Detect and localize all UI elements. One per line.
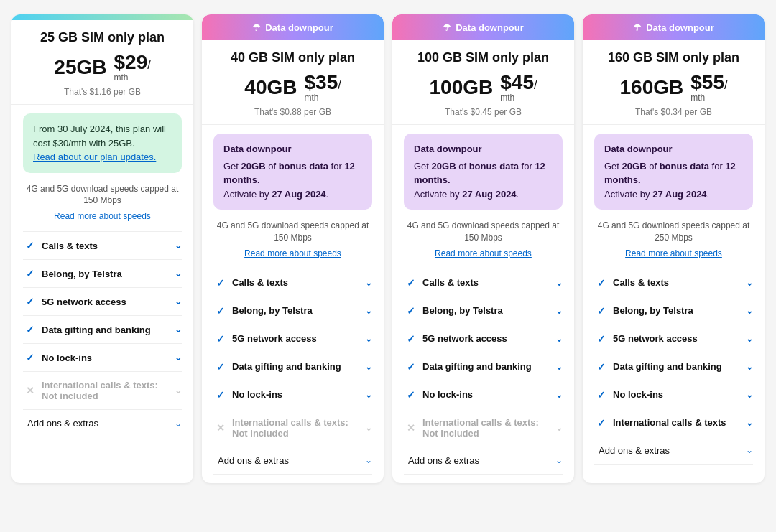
header-gradient-bar [11, 14, 193, 20]
promo-title: Data downpour [414, 142, 553, 157]
feature-label-3: Data gifting and banking [422, 361, 553, 372]
feature-label-5: International calls & texts [613, 417, 743, 428]
feature-chevron-icon: ⌄ [175, 353, 182, 363]
plan-body: From 30 July 2024, this plan will cost $… [11, 105, 193, 446]
feature-item-4[interactable]: ✓ No lock-ins ⌄ [213, 381, 372, 409]
speeds-text: 4G and 5G download speeds capped at 150 … [23, 183, 182, 207]
feature-label-1: Belong, by Telstra [422, 305, 553, 316]
feature-chevron-icon: ⌄ [555, 278, 563, 288]
feature-item-0[interactable]: ✓ Calls & texts ⌄ [23, 232, 182, 260]
feature-chevron-icon: ⌄ [746, 418, 753, 428]
feature-label-3: Data gifting and banking [613, 361, 743, 372]
feature-item-2[interactable]: ✓ 5G network access ⌄ [404, 325, 563, 353]
read-more-speeds-link[interactable]: Read more about speeds [404, 248, 563, 258]
add-ons-chevron-icon: ⌄ [746, 445, 753, 455]
badge-bar: ☂ Data downpour [583, 14, 765, 40]
speeds-text: 4G and 5G download speeds capped at 150 … [404, 220, 563, 244]
check-icon: ✓ [23, 324, 37, 335]
check-icon: ✓ [594, 277, 609, 289]
add-ons-chevron-icon: ⌄ [175, 419, 182, 429]
feature-chevron-icon: ⌄ [746, 390, 753, 400]
plans-container: 25 GB SIM only plan 25GB $29/ mth That's… [0, 0, 776, 498]
feature-chevron-icon: ⌄ [555, 306, 563, 316]
feature-list: ✓ Calls & texts ⌄ ✓ Belong, by Telstra ⌄… [404, 269, 563, 475]
feature-item-0[interactable]: ✓ Calls & texts ⌄ [594, 269, 753, 297]
feature-item-4[interactable]: ✓ No lock-ins ⌄ [23, 344, 182, 372]
feature-label-4: No lock-ins [422, 389, 553, 400]
check-icon: ✓ [213, 305, 228, 317]
plan-title: 25 GB SIM only plan [23, 30, 182, 45]
read-more-speeds-link[interactable]: Read more about speeds [213, 248, 372, 258]
feature-chevron-icon: ⌄ [555, 390, 563, 400]
add-ons-item[interactable]: Add ons & extras ⌄ [213, 447, 372, 475]
cross-icon: ✕ [23, 385, 37, 396]
plan-price: $45/ mth [500, 73, 537, 103]
add-ons-label: Add ons & extras [408, 455, 553, 466]
feature-label-4: No lock-ins [42, 353, 172, 363]
add-ons-label: Add ons & extras [27, 418, 172, 429]
check-icon: ✓ [213, 361, 228, 373]
feature-item-1[interactable]: ✓ Belong, by Telstra ⌄ [213, 297, 372, 325]
plan-data-amount: 100GB [430, 76, 494, 99]
feature-chevron-icon: ⌄ [746, 278, 753, 288]
plan-price: $29/ mth [114, 52, 150, 83]
speeds-text: 4G and 5G download speeds capped at 150 … [213, 220, 372, 244]
feature-item-4[interactable]: ✓ No lock-ins ⌄ [404, 381, 563, 409]
feature-item-3[interactable]: ✓ Data gifting and banking ⌄ [23, 316, 182, 344]
check-icon: ✓ [594, 305, 609, 317]
feature-item-0[interactable]: ✓ Calls & texts ⌄ [404, 269, 563, 297]
feature-label-0: Calls & texts [232, 277, 362, 288]
plan-header: 100 GB SIM only plan 100GB $45/ mth That… [392, 40, 574, 125]
promo-link[interactable]: Read about our plan updates. [33, 151, 156, 162]
read-more-speeds-link[interactable]: Read more about speeds [23, 211, 182, 221]
feature-item-0[interactable]: ✓ Calls & texts ⌄ [213, 269, 372, 297]
read-more-speeds-link[interactable]: Read more about speeds [594, 248, 753, 258]
plan-title: 160 GB SIM only plan [594, 50, 753, 65]
plan-data-amount: 25GB [54, 56, 106, 79]
feature-item-3[interactable]: ✓ Data gifting and banking ⌄ [594, 353, 753, 381]
add-ons-item[interactable]: Add ons & extras ⌄ [23, 410, 182, 437]
feature-item-4[interactable]: ✓ No lock-ins ⌄ [594, 381, 753, 409]
feature-item-5[interactable]: ✕ International calls & texts: Not inclu… [23, 372, 182, 410]
feature-label-0: Calls & texts [42, 241, 172, 251]
feature-item-5[interactable]: ✓ International calls & texts ⌄ [594, 409, 753, 437]
feature-list: ✓ Calls & texts ⌄ ✓ Belong, by Telstra ⌄… [213, 269, 372, 475]
feature-item-5[interactable]: ✕ International calls & texts: Not inclu… [213, 409, 372, 447]
plan-body: Data downpourGet 20GB of bonus data for … [583, 125, 765, 473]
feature-item-1[interactable]: ✓ Belong, by Telstra ⌄ [404, 297, 563, 325]
check-icon: ✓ [404, 361, 418, 373]
add-ons-chevron-icon: ⌄ [365, 455, 372, 465]
feature-chevron-icon: ⌄ [175, 241, 182, 251]
feature-item-2[interactable]: ✓ 5G network access ⌄ [594, 325, 753, 353]
plan-body: Data downpourGet 20GB of bonus data for … [202, 125, 384, 483]
plan-card-160gb: ☂ Data downpour 160 GB SIM only plan 160… [583, 14, 765, 483]
feature-chevron-icon: ⌄ [175, 297, 182, 307]
feature-item-3[interactable]: ✓ Data gifting and banking ⌄ [213, 353, 372, 381]
plan-price-amount: $29/ [114, 52, 150, 73]
feature-item-2[interactable]: ✓ 5G network access ⌄ [213, 325, 372, 353]
plan-body: Data downpourGet 20GB of bonus data for … [392, 125, 574, 483]
check-icon: ✓ [594, 389, 609, 401]
plan-header: 25 GB SIM only plan 25GB $29/ mth That's… [11, 20, 193, 105]
badge-bar: ☂ Data downpour [392, 14, 574, 40]
promo-box: Data downpourGet 20GB of bonus data for … [404, 134, 563, 210]
feature-item-3[interactable]: ✓ Data gifting and banking ⌄ [404, 353, 563, 381]
feature-label-5: International calls & texts: Not include… [42, 380, 172, 401]
plan-title: 40 GB SIM only plan [213, 50, 372, 65]
add-ons-item[interactable]: Add ons & extras ⌄ [404, 447, 563, 475]
feature-chevron-icon: ⌄ [365, 423, 372, 433]
feature-item-1[interactable]: ✓ Belong, by Telstra ⌄ [23, 260, 182, 288]
check-icon: ✓ [594, 333, 609, 345]
feature-item-2[interactable]: ✓ 5G network access ⌄ [23, 288, 182, 316]
feature-item-5[interactable]: ✕ International calls & texts: Not inclu… [404, 409, 563, 447]
plan-price-row: 100GB $45/ mth [404, 73, 563, 103]
feature-item-1[interactable]: ✓ Belong, by Telstra ⌄ [594, 297, 753, 325]
promo-text: From 30 July 2024, this plan will cost $… [33, 122, 172, 150]
check-icon: ✓ [404, 277, 418, 289]
feature-label-4: No lock-ins [613, 389, 743, 400]
add-ons-item[interactable]: Add ons & extras ⌄ [594, 437, 753, 465]
promo-box: From 30 July 2024, this plan will cost $… [23, 113, 182, 173]
plan-price-period: mth [690, 93, 727, 103]
feature-label-2: 5G network access [613, 333, 743, 344]
plan-price-amount: $35/ [304, 73, 341, 93]
